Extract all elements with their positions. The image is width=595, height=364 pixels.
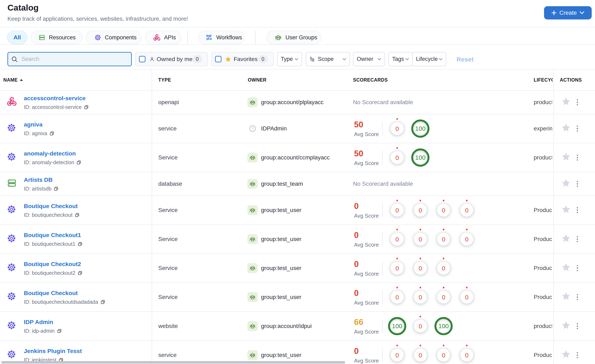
svg-text:?: ? (252, 126, 254, 131)
